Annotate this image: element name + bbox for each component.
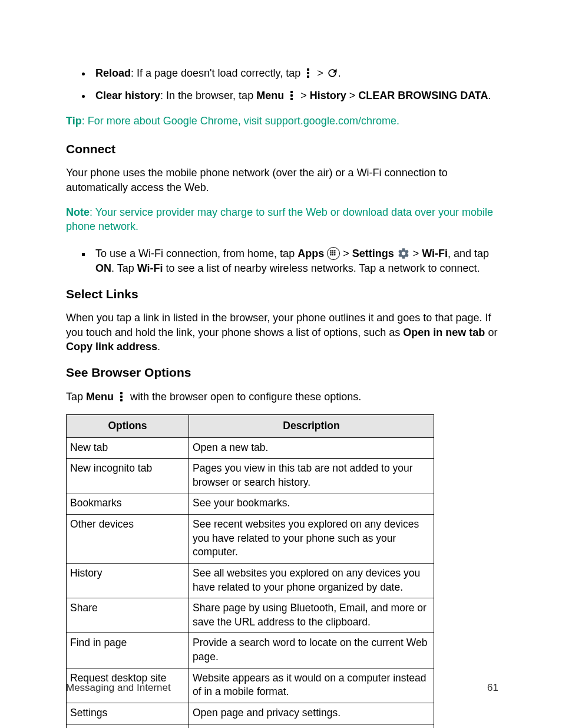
connect-p1: Your phone uses the mobile phone network… (66, 166, 498, 195)
table-row: HelpGo to a Web help guide. (67, 724, 434, 728)
table-row: ShareShare page by using Bluetooth, Emai… (67, 598, 434, 633)
clear-gt2: > (346, 90, 359, 101)
clear-end: . (488, 90, 491, 101)
connect-list: To use a Wi-Fi connection, from home, ta… (66, 246, 498, 275)
clear-menu: Menu (256, 90, 284, 101)
option-name: Find in page (67, 633, 189, 668)
option-description: Open a new tab. (189, 437, 434, 459)
after-on: . Tap (111, 262, 137, 274)
menu-icon (117, 391, 127, 402)
settings-icon (397, 247, 410, 260)
note-label: Note (66, 206, 90, 218)
table-row: BookmarksSee your bookmarks. (67, 493, 434, 515)
clear-pre: : In the browser, tap (160, 90, 256, 101)
clear-gt1: > (297, 90, 310, 101)
col-options: Options (67, 414, 189, 437)
clear-hist: History (310, 90, 346, 101)
settings-label: Settings (352, 248, 394, 259)
tip-link[interactable]: support.google.com/chrome (265, 115, 396, 127)
footer-page: 61 (487, 681, 498, 695)
browser-options-intro: Tap Menu with the browser open to config… (66, 390, 498, 404)
option-description: Pages you view in this tab are not added… (189, 459, 434, 493)
col-description: Description (189, 414, 434, 437)
tip-label: Tip (66, 115, 82, 127)
apps-label: Apps (297, 248, 324, 259)
clear-data: CLEAR BROWSING DATA (358, 90, 488, 101)
sl-opt2: Copy link address (66, 341, 157, 353)
wifi-mid: , and tap (448, 248, 489, 259)
heading-select-links: Select Links (66, 286, 498, 302)
bullet-clear-history: Clear history: In the browser, tap Menu … (92, 88, 498, 103)
wifi-tail: to see a list of nearby wireless network… (163, 262, 480, 274)
option-description: Provide a search word to locate on the c… (189, 633, 434, 668)
bo-post: with the browser open to configure these… (127, 391, 361, 403)
option-description: See your bookmarks. (189, 493, 434, 515)
clear-label: Clear history (95, 90, 160, 101)
option-name: History (67, 563, 189, 598)
wifi-label: Wi-Fi (422, 248, 448, 259)
option-name: Share (67, 598, 189, 633)
reload-end: . (338, 67, 341, 79)
table-row: HistorySee all websites you explored on … (67, 563, 434, 598)
refresh-icon (326, 67, 338, 79)
table-row: Find in pageProvide a search word to loc… (67, 633, 434, 668)
wifi2-label: Wi-Fi (137, 262, 163, 274)
bo-menu: Menu (86, 391, 114, 403)
reload-label: Reload (95, 67, 131, 79)
menu-icon (303, 68, 314, 78)
gt2: > (410, 248, 422, 259)
table-row: Other devicesSee recent websites you exp… (67, 515, 434, 564)
footer: Messaging and Internet 61 (66, 681, 498, 695)
heading-browser-options: See Browser Options (66, 364, 498, 381)
table-row: New tabOpen a new tab. (67, 437, 434, 459)
menu-icon (287, 90, 297, 101)
wifi-pre: To use a Wi-Fi connection, from home, ta… (95, 248, 297, 259)
option-description: Open page and privacy settings. (189, 703, 434, 724)
option-description: See all websites you explored on any dev… (189, 563, 434, 598)
tip: Tip: For more about Google Chrome, visit… (66, 114, 498, 128)
select-links-p: When you tap a link in listed in the bro… (66, 311, 498, 354)
table-row: SettingsOpen page and privacy settings. (67, 703, 434, 724)
connect-wifi-item: To use a Wi-Fi connection, from home, ta… (92, 246, 498, 275)
table-header-row: Options Description (67, 414, 434, 437)
table-row: New incognito tabPages you view in this … (67, 459, 434, 493)
option-name: New tab (67, 437, 189, 459)
option-name: Other devices (67, 515, 189, 564)
sl-opt1: Open in new tab (403, 327, 485, 338)
option-name: Settings (67, 703, 189, 724)
connect-note: Note: Your service provider may charge t… (66, 205, 498, 234)
top-bullets: Reload: If a page doesn't load correctly… (66, 66, 498, 103)
option-description: Share page by using Bluetooth, Email, an… (189, 598, 434, 633)
note-text: : Your service provider may charge to su… (66, 206, 493, 232)
on-label: ON (95, 262, 111, 274)
bullet-reload: Reload: If a page doesn't load correctly… (92, 66, 498, 80)
tip-end: . (396, 115, 399, 127)
option-name: Bookmarks (67, 493, 189, 515)
gt1: > (340, 248, 352, 259)
bo-pre: Tap (66, 391, 86, 403)
heading-connect: Connect (66, 141, 498, 157)
page: Reload: If a page doesn't load correctly… (0, 0, 562, 728)
option-description: See recent websites you explored on any … (189, 515, 434, 564)
sl-or: or (485, 327, 497, 338)
footer-section: Messaging and Internet (66, 681, 171, 695)
apps-icon (327, 247, 340, 260)
option-name: Help (67, 724, 189, 728)
tip-text: : For more about Google Chrome, visit (82, 115, 265, 127)
sl-end: . (157, 341, 160, 353)
option-description: Go to a Web help guide. (189, 724, 434, 728)
reload-text: : If a page doesn't load correctly, tap (131, 67, 303, 79)
option-name: New incognito tab (67, 459, 189, 493)
